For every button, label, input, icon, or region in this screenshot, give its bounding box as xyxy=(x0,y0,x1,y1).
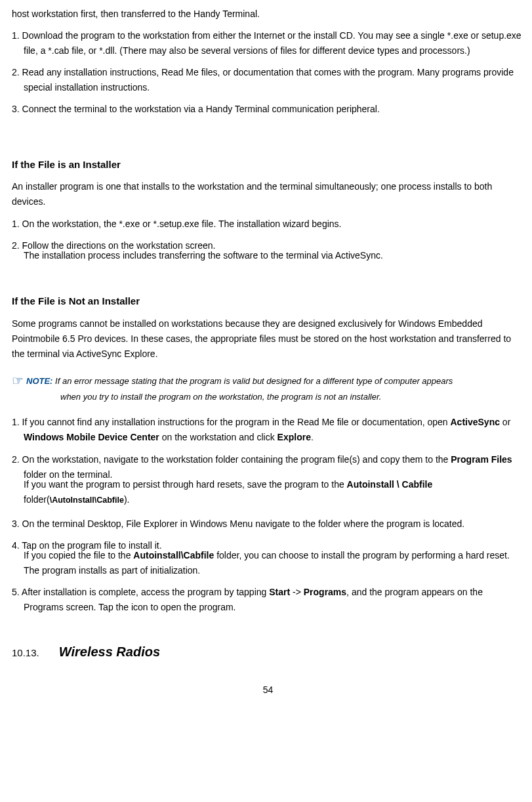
page-number: 54 xyxy=(12,683,524,698)
step-1-text-a: 1. If you cannot find any installation i… xyxy=(12,417,451,427)
step-5-text-c: -> xyxy=(290,587,304,597)
step-2-text-f: folder( xyxy=(24,494,50,505)
step-4-bold-autoinstall: Autoinstall\Cabfile xyxy=(133,550,214,560)
heading-not-installer: If the File is Not an Installer xyxy=(12,293,524,310)
step-1-text-e: on the workstation and click xyxy=(159,432,277,442)
not-installer-para: Some programs cannot be installed on wor… xyxy=(12,316,524,362)
step-5: 5. After installation is complete, acces… xyxy=(12,585,524,615)
step-2-bold-progfiles: Program Files xyxy=(451,454,512,465)
note-text-line2: when you try to install the program on t… xyxy=(12,390,524,404)
note-block: ☞NOTE: If an error message stating that … xyxy=(12,371,524,404)
step-2-text-d: If you want the program to persist throu… xyxy=(24,479,347,490)
step-2-text-h: ). xyxy=(124,494,130,505)
step-5-bold-programs: Programs xyxy=(304,587,346,597)
step-5-bold-start: Start xyxy=(269,587,290,597)
step-5-text-a: 5. After installation is complete, acces… xyxy=(12,587,269,597)
intro-fragment: host workstation first, then transferred… xyxy=(12,7,524,22)
step-2-line2: If you want the program to persist throu… xyxy=(12,477,524,507)
hand-icon: ☞ xyxy=(12,373,24,388)
installer-step-2b: The installation process includes transf… xyxy=(12,248,524,263)
step-3: 3. On the terminal Desktop, File Explore… xyxy=(12,517,524,532)
step-4-line2: If you copied the file to the Autoinstal… xyxy=(12,548,524,578)
section-row: 10.13.Wireless Radios xyxy=(12,641,524,663)
installer-para: An installer program is one that install… xyxy=(12,179,524,209)
step-1: 1. If you cannot find any installation i… xyxy=(12,415,524,445)
intro-step-2: 2. Read any installation instructions, R… xyxy=(12,65,524,95)
step-2-bold-autoinstall: Autoinstall \ Cabfile xyxy=(347,479,433,490)
step-2-text-a: 2. On the workstation, navigate to the w… xyxy=(12,454,451,465)
intro-step-1: 1. Download the program to the workstati… xyxy=(12,28,524,58)
intro-step-3: 3. Connect the terminal to the workstati… xyxy=(12,102,524,117)
note-text-line1: If an error message stating that the pro… xyxy=(52,376,453,386)
step-4-text-b: If you copied the file to the xyxy=(24,550,133,560)
note-label: NOTE: xyxy=(26,376,52,386)
installer-step-1: 1. On the workstation, the *.exe or *.se… xyxy=(12,217,524,232)
step-1-bold-wmdc: Windows Mobile Device Center xyxy=(24,432,159,442)
step-1-text-c: or xyxy=(500,417,510,427)
step-2-bold-path: \AutoInstall\Cabfile xyxy=(50,496,124,505)
step-1-text-g: . xyxy=(311,432,314,442)
step-1-bold-explore: Explore xyxy=(277,432,311,442)
heading-installer: If the File is an Installer xyxy=(12,157,524,173)
step-1-bold-activesync: ActiveSync xyxy=(451,417,500,427)
section-title: Wireless Radios xyxy=(59,644,160,659)
section-number: 10.13. xyxy=(12,645,39,662)
